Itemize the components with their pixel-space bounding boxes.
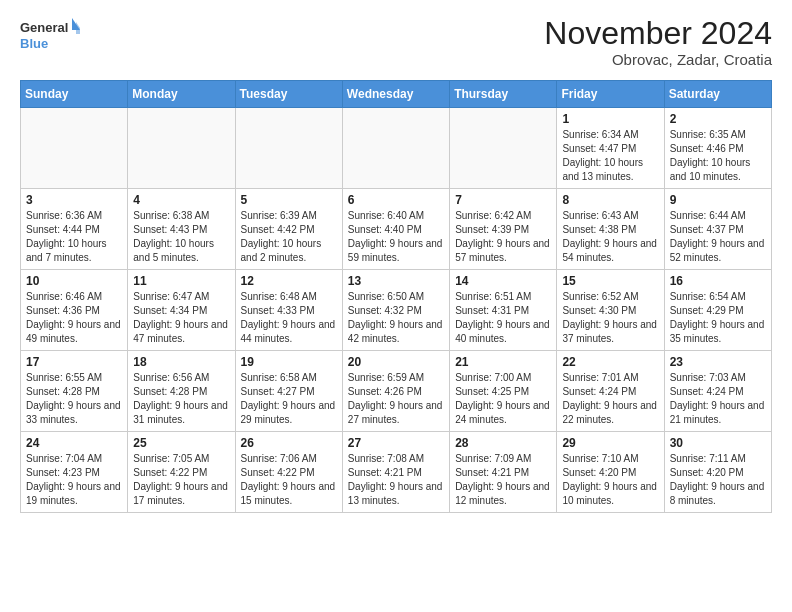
day-info: Sunrise: 6:44 AM Sunset: 4:37 PM Dayligh… (670, 209, 766, 265)
day-number: 5 (241, 193, 337, 207)
day-cell-1-1 (21, 108, 128, 189)
day-cell-3-4: 13Sunrise: 6:50 AM Sunset: 4:32 PM Dayli… (342, 270, 449, 351)
day-cell-2-5: 7Sunrise: 6:42 AM Sunset: 4:39 PM Daylig… (450, 189, 557, 270)
day-cell-2-4: 6Sunrise: 6:40 AM Sunset: 4:40 PM Daylig… (342, 189, 449, 270)
day-info: Sunrise: 6:46 AM Sunset: 4:36 PM Dayligh… (26, 290, 122, 346)
day-number: 24 (26, 436, 122, 450)
day-cell-3-1: 10Sunrise: 6:46 AM Sunset: 4:36 PM Dayli… (21, 270, 128, 351)
day-cell-4-5: 21Sunrise: 7:00 AM Sunset: 4:25 PM Dayli… (450, 351, 557, 432)
week-row-4: 17Sunrise: 6:55 AM Sunset: 4:28 PM Dayli… (21, 351, 772, 432)
week-row-3: 10Sunrise: 6:46 AM Sunset: 4:36 PM Dayli… (21, 270, 772, 351)
day-cell-5-2: 25Sunrise: 7:05 AM Sunset: 4:22 PM Dayli… (128, 432, 235, 513)
day-number: 20 (348, 355, 444, 369)
day-number: 15 (562, 274, 658, 288)
day-info: Sunrise: 6:48 AM Sunset: 4:33 PM Dayligh… (241, 290, 337, 346)
day-info: Sunrise: 6:43 AM Sunset: 4:38 PM Dayligh… (562, 209, 658, 265)
month-title: November 2024 (544, 16, 772, 51)
day-info: Sunrise: 7:08 AM Sunset: 4:21 PM Dayligh… (348, 452, 444, 508)
day-number: 10 (26, 274, 122, 288)
day-cell-1-5 (450, 108, 557, 189)
day-info: Sunrise: 7:10 AM Sunset: 4:20 PM Dayligh… (562, 452, 658, 508)
day-info: Sunrise: 7:09 AM Sunset: 4:21 PM Dayligh… (455, 452, 551, 508)
day-number: 28 (455, 436, 551, 450)
day-info: Sunrise: 6:42 AM Sunset: 4:39 PM Dayligh… (455, 209, 551, 265)
day-info: Sunrise: 6:35 AM Sunset: 4:46 PM Dayligh… (670, 128, 766, 184)
svg-marker-3 (76, 22, 80, 34)
day-info: Sunrise: 6:39 AM Sunset: 4:42 PM Dayligh… (241, 209, 337, 265)
day-number: 26 (241, 436, 337, 450)
day-info: Sunrise: 7:01 AM Sunset: 4:24 PM Dayligh… (562, 371, 658, 427)
day-number: 25 (133, 436, 229, 450)
title-block: November 2024 Obrovac, Zadar, Croatia (544, 16, 772, 68)
day-cell-4-7: 23Sunrise: 7:03 AM Sunset: 4:24 PM Dayli… (664, 351, 771, 432)
day-number: 17 (26, 355, 122, 369)
day-cell-3-7: 16Sunrise: 6:54 AM Sunset: 4:29 PM Dayli… (664, 270, 771, 351)
day-number: 12 (241, 274, 337, 288)
day-info: Sunrise: 6:52 AM Sunset: 4:30 PM Dayligh… (562, 290, 658, 346)
day-cell-5-5: 28Sunrise: 7:09 AM Sunset: 4:21 PM Dayli… (450, 432, 557, 513)
day-cell-1-3 (235, 108, 342, 189)
header-saturday: Saturday (664, 81, 771, 108)
day-number: 30 (670, 436, 766, 450)
logo-svg: General Blue (20, 16, 80, 56)
header-monday: Monday (128, 81, 235, 108)
day-cell-2-2: 4Sunrise: 6:38 AM Sunset: 4:43 PM Daylig… (128, 189, 235, 270)
day-info: Sunrise: 6:36 AM Sunset: 4:44 PM Dayligh… (26, 209, 122, 265)
week-row-5: 24Sunrise: 7:04 AM Sunset: 4:23 PM Dayli… (21, 432, 772, 513)
svg-text:Blue: Blue (20, 36, 48, 51)
day-cell-2-7: 9Sunrise: 6:44 AM Sunset: 4:37 PM Daylig… (664, 189, 771, 270)
svg-text:General: General (20, 20, 68, 35)
day-cell-3-2: 11Sunrise: 6:47 AM Sunset: 4:34 PM Dayli… (128, 270, 235, 351)
day-info: Sunrise: 6:34 AM Sunset: 4:47 PM Dayligh… (562, 128, 658, 184)
day-number: 21 (455, 355, 551, 369)
day-number: 9 (670, 193, 766, 207)
day-cell-2-3: 5Sunrise: 6:39 AM Sunset: 4:42 PM Daylig… (235, 189, 342, 270)
day-info: Sunrise: 7:11 AM Sunset: 4:20 PM Dayligh… (670, 452, 766, 508)
day-info: Sunrise: 7:05 AM Sunset: 4:22 PM Dayligh… (133, 452, 229, 508)
day-cell-4-4: 20Sunrise: 6:59 AM Sunset: 4:26 PM Dayli… (342, 351, 449, 432)
day-number: 27 (348, 436, 444, 450)
day-info: Sunrise: 7:00 AM Sunset: 4:25 PM Dayligh… (455, 371, 551, 427)
day-cell-4-1: 17Sunrise: 6:55 AM Sunset: 4:28 PM Dayli… (21, 351, 128, 432)
location: Obrovac, Zadar, Croatia (544, 51, 772, 68)
day-info: Sunrise: 6:51 AM Sunset: 4:31 PM Dayligh… (455, 290, 551, 346)
header-thursday: Thursday (450, 81, 557, 108)
header-wednesday: Wednesday (342, 81, 449, 108)
day-info: Sunrise: 6:56 AM Sunset: 4:28 PM Dayligh… (133, 371, 229, 427)
header: General Blue November 2024 Obrovac, Zada… (20, 16, 772, 68)
day-cell-4-3: 19Sunrise: 6:58 AM Sunset: 4:27 PM Dayli… (235, 351, 342, 432)
day-cell-1-2 (128, 108, 235, 189)
logo: General Blue (20, 16, 80, 56)
day-number: 6 (348, 193, 444, 207)
day-cell-5-4: 27Sunrise: 7:08 AM Sunset: 4:21 PM Dayli… (342, 432, 449, 513)
day-number: 22 (562, 355, 658, 369)
day-cell-5-3: 26Sunrise: 7:06 AM Sunset: 4:22 PM Dayli… (235, 432, 342, 513)
day-info: Sunrise: 6:38 AM Sunset: 4:43 PM Dayligh… (133, 209, 229, 265)
page: General Blue November 2024 Obrovac, Zada… (0, 0, 792, 529)
day-cell-1-4 (342, 108, 449, 189)
day-number: 2 (670, 112, 766, 126)
day-info: Sunrise: 6:59 AM Sunset: 4:26 PM Dayligh… (348, 371, 444, 427)
day-number: 13 (348, 274, 444, 288)
day-number: 4 (133, 193, 229, 207)
day-number: 18 (133, 355, 229, 369)
day-cell-3-6: 15Sunrise: 6:52 AM Sunset: 4:30 PM Dayli… (557, 270, 664, 351)
day-cell-4-2: 18Sunrise: 6:56 AM Sunset: 4:28 PM Dayli… (128, 351, 235, 432)
header-friday: Friday (557, 81, 664, 108)
day-number: 29 (562, 436, 658, 450)
day-number: 19 (241, 355, 337, 369)
calendar-table: Sunday Monday Tuesday Wednesday Thursday… (20, 80, 772, 513)
day-cell-5-7: 30Sunrise: 7:11 AM Sunset: 4:20 PM Dayli… (664, 432, 771, 513)
day-number: 7 (455, 193, 551, 207)
day-info: Sunrise: 6:54 AM Sunset: 4:29 PM Dayligh… (670, 290, 766, 346)
day-number: 8 (562, 193, 658, 207)
header-tuesday: Tuesday (235, 81, 342, 108)
weekday-header-row: Sunday Monday Tuesday Wednesday Thursday… (21, 81, 772, 108)
header-sunday: Sunday (21, 81, 128, 108)
day-info: Sunrise: 6:58 AM Sunset: 4:27 PM Dayligh… (241, 371, 337, 427)
day-cell-5-1: 24Sunrise: 7:04 AM Sunset: 4:23 PM Dayli… (21, 432, 128, 513)
day-number: 3 (26, 193, 122, 207)
day-cell-2-1: 3Sunrise: 6:36 AM Sunset: 4:44 PM Daylig… (21, 189, 128, 270)
week-row-1: 1Sunrise: 6:34 AM Sunset: 4:47 PM Daylig… (21, 108, 772, 189)
day-cell-5-6: 29Sunrise: 7:10 AM Sunset: 4:20 PM Dayli… (557, 432, 664, 513)
